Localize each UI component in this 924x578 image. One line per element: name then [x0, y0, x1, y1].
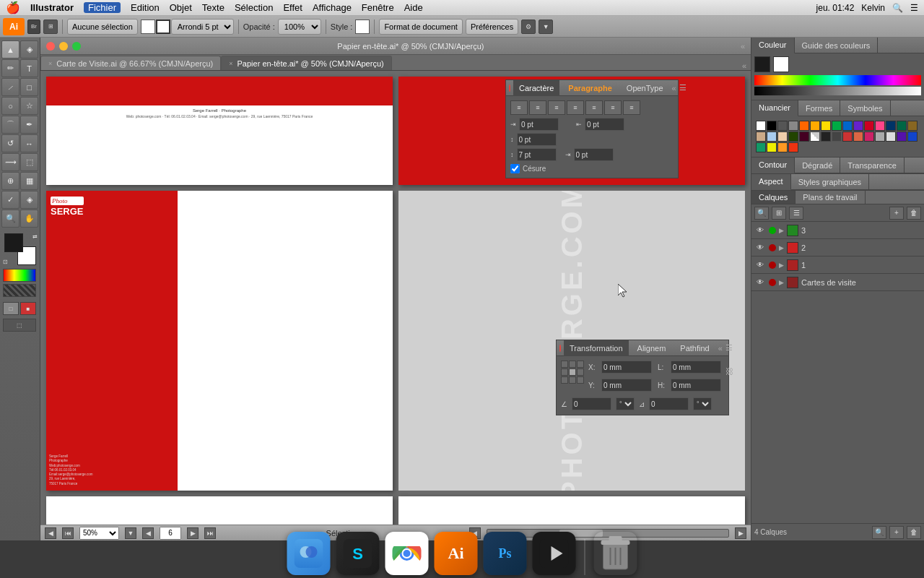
bg-color-display[interactable] [773, 56, 789, 72]
page-prev-btn[interactable]: ◀ [45, 527, 56, 539]
delete-layer-btn[interactable]: 🗑 [907, 207, 921, 220]
layer-cartes-expand[interactable]: ▶ [779, 279, 784, 286]
anchor-tr[interactable] [577, 361, 584, 368]
swatch-tomato[interactable] [788, 142, 798, 152]
layer-cartes-select[interactable] [914, 279, 921, 286]
page-number-input[interactable] [160, 527, 181, 540]
layer-item-2[interactable]: 👁 ▶ 2 [751, 239, 924, 256]
zoom-select[interactable]: 50% [79, 527, 119, 540]
transform-tab-transform[interactable]: Transformation [564, 340, 629, 356]
cesure-checkbox[interactable] [510, 164, 520, 173]
align-center-btn[interactable]: ≡ [529, 100, 546, 115]
swatch-gray2[interactable] [788, 121, 798, 131]
anchor-mc[interactable] [569, 368, 576, 376]
layer-1-expand[interactable]: ▶ [779, 262, 784, 269]
para-tab-opentype[interactable]: OpenType [621, 80, 669, 96]
transform-tab-pathfind[interactable]: Pathfind [674, 340, 715, 356]
gradient-swatch[interactable] [3, 269, 36, 282]
direct-selection-tool[interactable]: ◈ [20, 40, 38, 59]
preferences-btn[interactable]: Préférences [466, 19, 518, 35]
layer-1-visibility[interactable]: 👁 [754, 259, 766, 271]
swatch-navy[interactable] [886, 121, 896, 131]
swatch-crimson[interactable] [842, 131, 853, 142]
scroll-right-btn[interactable]: ▶ [735, 527, 746, 539]
layer-2-expand[interactable]: ▶ [779, 244, 784, 251]
anchor-tc[interactable] [569, 361, 576, 368]
pen-tool[interactable]: ✏ [1, 59, 19, 77]
para-collapse-btn[interactable]: « [672, 84, 676, 92]
layer-3-visibility[interactable]: 👁 [754, 225, 766, 236]
pattern-swatch[interactable] [3, 284, 36, 297]
anchor-tl[interactable] [561, 361, 568, 368]
swatch-orange[interactable] [799, 121, 809, 131]
calques-tab[interactable]: Calques [751, 191, 796, 204]
workspace-btn[interactable]: ⊞ [43, 20, 58, 34]
swatch-none[interactable] [810, 131, 820, 142]
couleur-tab[interactable]: Couleur [751, 38, 795, 53]
transform-collapse-btn[interactable]: « [718, 344, 723, 353]
scale-tool[interactable]: ↔ [20, 134, 38, 152]
para-tab-caractere[interactable]: Caractère [513, 80, 559, 96]
layer-2-visibility[interactable]: 👁 [754, 242, 766, 254]
pencil-tool[interactable]: ✒ [20, 116, 38, 134]
fill-swatch[interactable] [141, 20, 155, 34]
transform-panel-close[interactable] [559, 345, 561, 352]
guide-couleurs-tab[interactable]: Guide des couleurs [795, 38, 879, 53]
menu-edition[interactable]: Edition [131, 2, 160, 13]
anchor-bl[interactable] [561, 376, 568, 384]
menu-fichier[interactable]: Fichier [84, 2, 121, 13]
degrade-tab[interactable]: Dégradé [795, 158, 840, 173]
default-colors-icon[interactable]: ⊡ [3, 259, 8, 265]
dock-sw[interactable]: S [336, 532, 380, 575]
bridge-btn[interactable]: Br [27, 20, 40, 34]
y-input[interactable]: 0 mm [601, 379, 652, 392]
layers-search-btn[interactable]: 🔍 [754, 207, 769, 220]
dock-finder[interactable] [287, 532, 331, 575]
align-left-btn[interactable]: ≡ [510, 100, 528, 115]
para-panel-close[interactable] [509, 85, 510, 92]
normal-mode-btn[interactable]: □ [3, 302, 19, 315]
star-tool[interactable]: ☆ [20, 97, 38, 115]
no-selection-btn[interactable]: Aucune sélection [67, 19, 138, 35]
zoom-tool[interactable]: 🔍 [1, 210, 19, 228]
style-swatch[interactable] [355, 20, 370, 34]
hand-tool[interactable]: ✋ [20, 210, 38, 228]
tab-close-1[interactable]: × [48, 60, 52, 67]
opacity-select[interactable]: 100% [278, 19, 321, 35]
stroke-select[interactable]: Arrondi 5 pt [171, 19, 234, 35]
swatch-teal[interactable] [756, 142, 766, 152]
tab-close-2[interactable]: × [229, 60, 232, 67]
rect-tool[interactable]: □ [20, 78, 38, 96]
swatch-gold[interactable] [777, 142, 788, 152]
brightness-bar[interactable] [754, 87, 921, 95]
swatch-tan[interactable] [756, 131, 766, 142]
swatch-yellow[interactable] [821, 121, 831, 131]
angle-input[interactable]: 0 [572, 397, 611, 410]
swatch-ltgray[interactable] [875, 131, 885, 142]
free-transform[interactable]: ⬚ [20, 153, 38, 171]
angle-select[interactable]: ° [616, 397, 635, 410]
symbol-spray[interactable]: ⊕ [1, 172, 19, 190]
dock-trash[interactable] [594, 532, 637, 575]
space-after-input[interactable]: 0 pt [574, 148, 614, 161]
layers-list-btn[interactable]: ☰ [789, 207, 803, 220]
menu-affichage[interactable]: Affichage [313, 2, 352, 13]
swatch-bright-yellow[interactable] [767, 142, 777, 152]
indent-right-input[interactable]: 0 pt [585, 118, 624, 131]
align-justify-btn[interactable]: ≡ [567, 100, 584, 115]
transform-tab-align[interactable]: Alignem [632, 340, 672, 356]
menu-selection[interactable]: Sélection [235, 2, 273, 13]
layer-1-select[interactable] [914, 262, 921, 269]
swatch-purple[interactable] [853, 121, 863, 131]
shear-select[interactable]: ° [693, 397, 712, 410]
layers-search-bottom-btn[interactable]: 🔍 [872, 526, 886, 539]
swatch-dark-green[interactable] [788, 131, 798, 142]
swatch-peach[interactable] [777, 131, 788, 142]
win-max-btn[interactable] [72, 42, 81, 51]
h-input[interactable]: 0 mm [671, 379, 721, 392]
page-first-btn[interactable]: ⏮ [62, 527, 74, 539]
para-tab-paragraphe[interactable]: Paragraphe [562, 80, 618, 96]
win-close-btn[interactable] [46, 42, 55, 51]
selection-tool[interactable]: ▲ [1, 40, 19, 59]
win-min-btn[interactable] [59, 42, 68, 51]
